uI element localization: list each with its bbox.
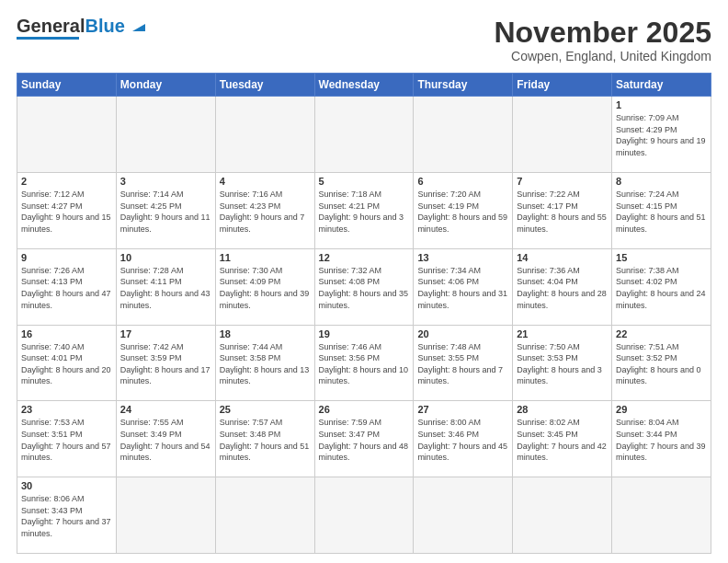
day-info: Sunrise: 7:28 AMSunset: 4:11 PMDaylight:… (120, 265, 211, 311)
day-info: Sunrise: 7:34 AMSunset: 4:06 PMDaylight:… (417, 265, 508, 311)
day-info: Sunrise: 7:36 AMSunset: 4:04 PMDaylight:… (517, 265, 608, 311)
calendar-day: 28Sunrise: 8:02 AMSunset: 3:45 PMDayligh… (513, 401, 612, 477)
day-number: 6 (417, 176, 508, 187)
day-number: 29 (616, 404, 707, 415)
weekday-header-row: Sunday Monday Tuesday Wednesday Thursday… (17, 74, 711, 97)
day-info: Sunrise: 7:46 AMSunset: 3:56 PMDaylight:… (319, 341, 410, 387)
calendar-day (612, 477, 711, 554)
day-number: 25 (220, 404, 311, 415)
logo-general: General (17, 16, 85, 36)
day-info: Sunrise: 7:38 AMSunset: 4:02 PMDaylight:… (616, 265, 707, 311)
calendar-day: 5Sunrise: 7:18 AMSunset: 4:21 PMDaylight… (314, 172, 414, 248)
calendar-day: 25Sunrise: 7:57 AMSunset: 3:48 PMDayligh… (215, 401, 314, 477)
day-info: Sunrise: 7:20 AMSunset: 4:19 PMDaylight:… (417, 189, 508, 235)
calendar-day: 13Sunrise: 7:34 AMSunset: 4:06 PMDayligh… (414, 248, 513, 325)
calendar-day: 17Sunrise: 7:42 AMSunset: 3:59 PMDayligh… (116, 325, 215, 401)
page: GeneralBlue November 2025 Cowpen, Englan… (0, 0, 728, 563)
header-saturday: Saturday (612, 74, 711, 97)
calendar-day: 16Sunrise: 7:40 AMSunset: 4:01 PMDayligh… (17, 325, 117, 401)
calendar-day: 20Sunrise: 7:48 AMSunset: 3:55 PMDayligh… (414, 325, 513, 401)
day-number: 26 (319, 404, 410, 415)
day-info: Sunrise: 7:59 AMSunset: 3:47 PMDaylight:… (319, 417, 410, 463)
logo-text: GeneralBlue (17, 17, 125, 35)
calendar-day: 6Sunrise: 7:20 AMSunset: 4:19 PMDaylight… (414, 172, 513, 248)
day-info: Sunrise: 7:14 AMSunset: 4:25 PMDaylight:… (120, 189, 211, 235)
day-info: Sunrise: 7:48 AMSunset: 3:55 PMDaylight:… (417, 341, 508, 387)
header-tuesday: Tuesday (215, 74, 314, 97)
day-info: Sunrise: 7:57 AMSunset: 3:48 PMDaylight:… (220, 417, 311, 463)
calendar-week-row: 30Sunrise: 8:06 AMSunset: 3:43 PMDayligh… (17, 477, 711, 554)
day-number: 8 (616, 176, 707, 187)
day-number: 4 (220, 176, 311, 187)
header: GeneralBlue November 2025 Cowpen, Englan… (17, 17, 711, 63)
day-info: Sunrise: 7:51 AMSunset: 3:52 PMDaylight:… (616, 341, 707, 387)
header-sunday: Sunday (17, 74, 117, 97)
calendar-day (314, 97, 414, 173)
logo-underline (17, 37, 79, 40)
calendar-day: 10Sunrise: 7:28 AMSunset: 4:11 PMDayligh… (116, 248, 215, 325)
calendar-day (414, 477, 513, 554)
day-number: 13 (417, 252, 508, 263)
calendar-day: 26Sunrise: 7:59 AMSunset: 3:47 PMDayligh… (314, 401, 414, 477)
day-number: 27 (417, 404, 508, 415)
header-monday: Monday (116, 74, 215, 97)
title-area: November 2025 Cowpen, England, United Ki… (494, 17, 711, 63)
subtitle: Cowpen, England, United Kingdom (494, 49, 711, 63)
day-number: 3 (120, 176, 211, 187)
day-info: Sunrise: 7:26 AMSunset: 4:13 PMDaylight:… (21, 265, 112, 311)
calendar-day: 18Sunrise: 7:44 AMSunset: 3:58 PMDayligh… (215, 325, 314, 401)
calendar-day: 3Sunrise: 7:14 AMSunset: 4:25 PMDaylight… (116, 172, 215, 248)
day-info: Sunrise: 8:00 AMSunset: 3:46 PMDaylight:… (417, 417, 508, 463)
day-number: 28 (517, 404, 608, 415)
day-number: 20 (417, 328, 508, 339)
calendar-day (314, 477, 414, 554)
day-number: 19 (319, 328, 410, 339)
calendar-day: 8Sunrise: 7:24 AMSunset: 4:15 PMDaylight… (612, 172, 711, 248)
day-info: Sunrise: 8:04 AMSunset: 3:44 PMDaylight:… (616, 417, 707, 463)
calendar-day: 21Sunrise: 7:50 AMSunset: 3:53 PMDayligh… (513, 325, 612, 401)
logo: GeneralBlue (17, 17, 149, 40)
day-number: 21 (517, 328, 608, 339)
calendar-day: 2Sunrise: 7:12 AMSunset: 4:27 PMDaylight… (17, 172, 117, 248)
calendar-day: 12Sunrise: 7:32 AMSunset: 4:08 PMDayligh… (314, 248, 414, 325)
header-wednesday: Wednesday (314, 74, 414, 97)
calendar-week-row: 16Sunrise: 7:40 AMSunset: 4:01 PMDayligh… (17, 325, 711, 401)
calendar-day: 7Sunrise: 7:22 AMSunset: 4:17 PMDaylight… (513, 172, 612, 248)
calendar-day: 9Sunrise: 7:26 AMSunset: 4:13 PMDaylight… (17, 248, 117, 325)
day-info: Sunrise: 7:09 AMSunset: 4:29 PMDaylight:… (616, 112, 707, 158)
day-number: 23 (21, 404, 112, 415)
calendar-day: 14Sunrise: 7:36 AMSunset: 4:04 PMDayligh… (513, 248, 612, 325)
header-thursday: Thursday (414, 74, 513, 97)
day-info: Sunrise: 7:30 AMSunset: 4:09 PMDaylight:… (220, 265, 311, 311)
day-number: 5 (319, 176, 410, 187)
calendar-week-row: 1Sunrise: 7:09 AMSunset: 4:29 PMDaylight… (17, 97, 711, 173)
day-number: 10 (120, 252, 211, 263)
day-info: Sunrise: 7:55 AMSunset: 3:49 PMDaylight:… (120, 417, 211, 463)
calendar-week-row: 9Sunrise: 7:26 AMSunset: 4:13 PMDaylight… (17, 248, 711, 325)
day-info: Sunrise: 7:16 AMSunset: 4:23 PMDaylight:… (220, 189, 311, 235)
day-info: Sunrise: 7:24 AMSunset: 4:15 PMDaylight:… (616, 189, 707, 235)
calendar-day (414, 97, 513, 173)
day-number: 11 (220, 252, 311, 263)
calendar-day (17, 97, 117, 173)
day-number: 7 (517, 176, 608, 187)
calendar-day: 4Sunrise: 7:16 AMSunset: 4:23 PMDaylight… (215, 172, 314, 248)
calendar-week-row: 23Sunrise: 7:53 AMSunset: 3:51 PMDayligh… (17, 401, 711, 477)
calendar-day: 1Sunrise: 7:09 AMSunset: 4:29 PMDaylight… (612, 97, 711, 173)
calendar-day (116, 477, 215, 554)
day-info: Sunrise: 8:06 AMSunset: 3:43 PMDaylight:… (21, 493, 112, 539)
day-info: Sunrise: 8:02 AMSunset: 3:45 PMDaylight:… (517, 417, 608, 463)
day-number: 1 (616, 99, 707, 110)
day-number: 17 (120, 328, 211, 339)
day-info: Sunrise: 7:18 AMSunset: 4:21 PMDaylight:… (319, 189, 410, 235)
day-number: 14 (517, 252, 608, 263)
day-number: 22 (616, 328, 707, 339)
day-info: Sunrise: 7:42 AMSunset: 3:59 PMDaylight:… (120, 341, 211, 387)
day-info: Sunrise: 7:12 AMSunset: 4:27 PMDaylight:… (21, 189, 112, 235)
calendar-day: 30Sunrise: 8:06 AMSunset: 3:43 PMDayligh… (17, 477, 117, 554)
day-info: Sunrise: 7:32 AMSunset: 4:08 PMDaylight:… (319, 265, 410, 311)
day-info: Sunrise: 7:22 AMSunset: 4:17 PMDaylight:… (517, 189, 608, 235)
day-info: Sunrise: 7:50 AMSunset: 3:53 PMDaylight:… (517, 341, 608, 387)
calendar-day: 23Sunrise: 7:53 AMSunset: 3:51 PMDayligh… (17, 401, 117, 477)
day-number: 24 (120, 404, 211, 415)
